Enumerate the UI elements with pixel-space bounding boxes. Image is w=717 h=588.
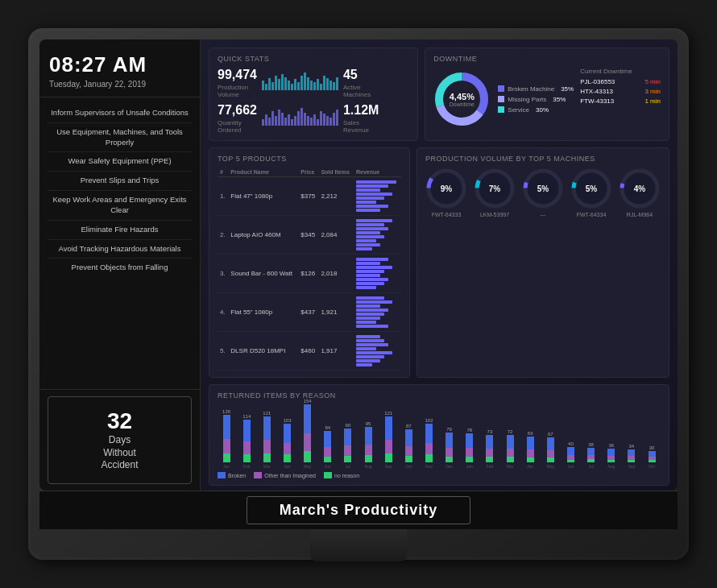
bar-group: 36 Aug: [603, 443, 620, 469]
product-num: 4.: [218, 293, 228, 332]
legend-service-pct: 30%: [536, 106, 549, 114]
bar-group: 121 Mar: [258, 411, 276, 469]
stat-active-value: 45: [343, 68, 379, 82]
left-panel: 08:27 AM Tuesday, January 22, 2019 Infor…: [39, 39, 201, 491]
table-row: 4. Flat 55" 1080p $437 1,921: [218, 293, 401, 332]
bar-stack: [385, 416, 392, 462]
bar-month: Apr: [526, 464, 534, 469]
accident-box: 32 Days Without Accident: [48, 396, 192, 484]
safety-rule-item: Inform Supervisors of Unsafe Conditions: [48, 104, 192, 123]
product-name: Laptop AIO 460M: [228, 216, 298, 255]
bar-teal: [446, 457, 453, 462]
bar-blue: [607, 449, 615, 456]
bar-value: 69: [528, 431, 533, 436]
safety-rule-item: Use Equipment, Machines, and Tools Prope…: [48, 123, 192, 153]
bar-value: 34: [629, 444, 635, 449]
legend-other-text: Other than Imagined: [264, 473, 316, 478]
bar-teal: [405, 456, 412, 462]
bar-blue: [243, 420, 251, 441]
bar-stack: [365, 427, 372, 462]
gauges-row: 9% FWT-64333 7% LKM-53997: [425, 168, 661, 217]
bar-month: Mar: [263, 464, 271, 469]
bar-value: 67: [548, 432, 553, 437]
bar-stack: [263, 416, 271, 462]
bar-month: Jun: [566, 464, 574, 469]
production-section: Production Volume by Top 5 Machines 9% F…: [417, 147, 669, 378]
bar-blue: [324, 431, 331, 447]
chart-legend: Broken Other than Imagined no reason: [218, 472, 661, 478]
bar-chart: 126 Jan 114 Feb 121 Mar 10: [218, 404, 661, 469]
gauge-value: 9%: [441, 184, 452, 193]
legend-missing-pct: 35%: [553, 96, 566, 103]
bar-purple: [284, 443, 291, 454]
donut-pct: 4,45%: [450, 92, 475, 101]
bar-month: Jun: [324, 464, 332, 469]
bar-teal: [507, 457, 514, 462]
bar-group: 40 Jun: [562, 441, 579, 469]
safety-rule-item: Avoid Tracking Hazardous Materials: [48, 240, 192, 259]
donut-container: 4,45% Downtime Broken Machine 35%: [433, 71, 574, 127]
bar-teal: [344, 456, 351, 462]
product-sold: 1,921: [318, 293, 354, 332]
bar-teal: [607, 460, 615, 462]
product-num: 5.: [218, 332, 228, 371]
bar-teal: [486, 457, 493, 462]
quick-stats-title: Quick Stats: [218, 55, 409, 63]
monitor: 08:27 AM Tuesday, January 22, 2019 Infor…: [28, 28, 689, 560]
products-title: Top 5 Products: [218, 155, 401, 163]
downtime-time-2: 3 min: [644, 88, 661, 95]
product-revenue: [354, 332, 401, 371]
bar-stack: [527, 437, 534, 462]
legend-noreason-item: no reason: [324, 472, 359, 478]
bar-stack: [486, 435, 493, 462]
bar-purple: [405, 446, 412, 456]
bar-blue: [263, 416, 271, 440]
bar-blue: [223, 415, 230, 439]
gauge-code: ---: [541, 212, 546, 217]
row-top: Quick Stats 99,474 Production Volume 45: [209, 48, 669, 141]
product-num: 1.: [218, 177, 228, 216]
gauge-item: 7% LKM-53997: [474, 168, 516, 217]
downtime-title: Downtime: [433, 55, 661, 63]
table-row: 1. Flat 47" 1080p $375 2,212: [218, 177, 401, 216]
bar-group: 72 Mar: [501, 429, 519, 469]
product-revenue: [354, 255, 401, 293]
downtime-time-1: 5 min: [644, 78, 661, 85]
bar-purple: [547, 450, 554, 458]
monitor-screen: 08:27 AM Tuesday, January 22, 2019 Infor…: [39, 39, 678, 491]
bar-stack: [304, 404, 311, 462]
bar-group: 78 Jan: [461, 428, 479, 469]
bar-group: 84 Jun: [319, 425, 337, 469]
bar-value: 121: [263, 411, 271, 416]
bar-month: Feb: [486, 464, 494, 469]
bar-value: 84: [325, 425, 330, 430]
current-downtime-title: Current Downtime: [580, 68, 661, 75]
row-bottom: Returned Items by Reason 126 Jan 114 Feb…: [209, 384, 669, 486]
bar-stack: [649, 451, 656, 462]
product-price: $437: [298, 293, 318, 332]
bar-teal: [324, 457, 331, 462]
bar-teal: [425, 454, 433, 462]
bar-blue: [344, 429, 351, 445]
bar-stack: [587, 448, 595, 462]
downtime-row-1: PJL-036553 5 min: [580, 78, 661, 85]
bar-teal: [466, 457, 473, 462]
donut-center: 4,45% Downtime: [450, 92, 475, 107]
bar-stack: [284, 424, 291, 462]
clock-date: Tuesday, January 22, 2019: [49, 80, 190, 89]
stat-production-label: Production Volume: [218, 84, 257, 98]
downtime-code-2: HTX-43313: [580, 88, 613, 95]
bar-value: 73: [487, 429, 493, 434]
bar-value: 40: [568, 441, 574, 446]
bar-value: 90: [346, 423, 351, 428]
bar-purple: [263, 440, 271, 453]
bar-teal: [385, 453, 392, 462]
bar-blue: [425, 424, 433, 443]
bar-value: 78: [466, 428, 472, 433]
stat-quantity-ordered: 77,662 Quantity Ordered: [218, 103, 257, 134]
bar-month: Oct: [648, 464, 656, 469]
table-row: 2. Laptop AIO 460M $345 2,084: [218, 216, 401, 255]
bar-stack: [607, 449, 615, 462]
bar-stack: [567, 447, 574, 462]
product-revenue: [354, 177, 401, 216]
